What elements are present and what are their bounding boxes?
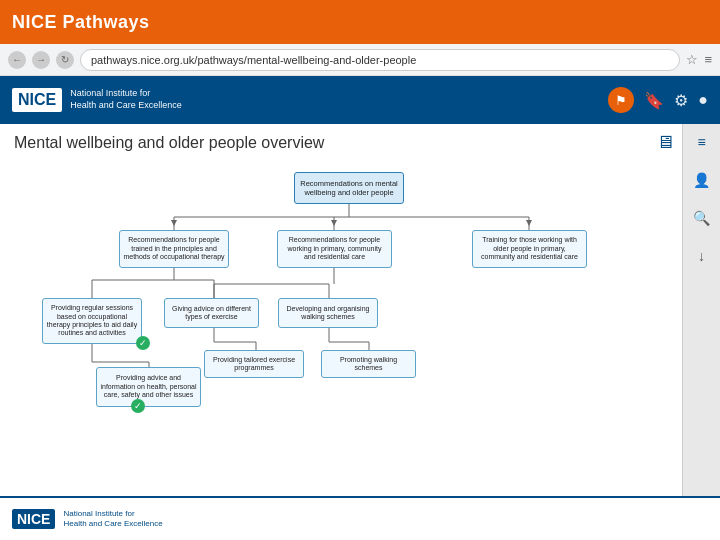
flowchart-node-6[interactable]: Developing and organising walking scheme… — [278, 298, 378, 328]
footer-logo-subtext: National Institute for Health and Care E… — [63, 509, 162, 530]
top-bar: NICE Pathways — [0, 0, 720, 44]
sidebar-icon-download[interactable]: ↓ — [690, 244, 714, 268]
monitor-icon[interactable]: 🖥 — [656, 132, 674, 153]
menu-icon[interactable]: ≡ — [704, 52, 712, 67]
nice-site: NICE National Institute for Health and C… — [0, 76, 720, 540]
bookmark-icon[interactable]: ☆ — [686, 52, 698, 67]
browser-actions: ☆ ≡ — [686, 52, 712, 67]
browser-chrome: ← → ↻ pathways.nice.org.uk/pathways/ment… — [0, 44, 720, 76]
svg-marker-24 — [331, 220, 337, 226]
sidebar-icon-people[interactable]: 👤 — [690, 168, 714, 192]
flowchart-node-5[interactable]: Giving advice on different types of exer… — [164, 298, 259, 328]
page-title: Mental wellbeing and older people overvi… — [14, 134, 668, 152]
back-button[interactable]: ← — [8, 51, 26, 69]
forward-button[interactable]: → — [32, 51, 50, 69]
flowchart-node-8[interactable]: Promoting walking schemes — [321, 350, 416, 378]
content-area: Mental wellbeing and older people overvi… — [0, 124, 720, 496]
node-action-icon-2[interactable]: ✓ — [131, 399, 145, 413]
sidebar-icon-list[interactable]: ≡ — [690, 130, 714, 154]
svg-marker-23 — [171, 220, 177, 226]
app-title: NICE Pathways — [12, 12, 150, 33]
nice-nav: NICE National Institute for Health and C… — [0, 76, 720, 124]
sidebar-icon-search[interactable]: 🔍 — [690, 206, 714, 230]
address-bar[interactable]: pathways.nice.org.uk/pathways/mental-wel… — [80, 49, 680, 71]
flowchart-node-2[interactable]: Recommendations for people working in pr… — [277, 230, 392, 268]
main-content: Mental wellbeing and older people overvi… — [0, 124, 682, 496]
node-action-icon-1[interactable]: ✓ — [136, 336, 150, 350]
flowchart-node-root[interactable]: Recommendations on mental wellbeing and … — [294, 172, 404, 204]
nav-icon-bookmark[interactable]: 🔖 — [644, 91, 664, 110]
nav-icon-settings[interactable]: ⚙ — [674, 91, 688, 110]
flowchart-node-1[interactable]: Recommendations for people trained in th… — [119, 230, 229, 268]
nav-icon-user[interactable]: ● — [698, 91, 708, 109]
right-sidebar: ≡ 👤 🔍 ↓ — [682, 124, 720, 496]
svg-marker-25 — [526, 220, 532, 226]
footer: NICE National Institute for Health and C… — [0, 496, 720, 540]
nice-nav-icons: ⚑ 🔖 ⚙ ● — [608, 87, 708, 113]
url-text: pathways.nice.org.uk/pathways/mental-wel… — [91, 54, 416, 66]
footer-logo: NICE — [12, 509, 55, 529]
flowchart-node-4[interactable]: Providing regular sessions based on occu… — [42, 298, 142, 344]
nice-logo: NICE — [12, 88, 62, 112]
flowchart-node-3[interactable]: Training for those working with older pe… — [472, 230, 587, 268]
flowchart-node-7[interactable]: Providing tailored exercise programmes — [204, 350, 304, 378]
nav-icon-alert[interactable]: ⚑ — [608, 87, 634, 113]
nice-logo-area: NICE National Institute for Health and C… — [12, 88, 182, 112]
refresh-button[interactable]: ↻ — [56, 51, 74, 69]
flowchart-node-9[interactable]: Providing advice and information on heal… — [96, 367, 201, 407]
flowchart-diagram: Recommendations on mental wellbeing and … — [14, 162, 668, 484]
nice-logo-subtext: National Institute for Health and Care E… — [70, 88, 182, 111]
